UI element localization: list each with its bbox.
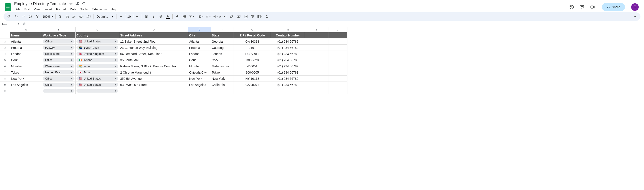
header-cell[interactable]: State xyxy=(211,32,234,38)
header-cell[interactable]: Contact Number xyxy=(271,32,305,38)
increase-decimal-icon[interactable]: .00→ xyxy=(78,13,85,20)
cell-contact[interactable]: (01) 234 56789 xyxy=(271,82,305,88)
cell-street[interactable]: 23 Centurion Way, Building 1 xyxy=(119,45,188,51)
cell-zip[interactable]: EC3V 9LJ xyxy=(234,51,271,57)
cell-state[interactable]: California xyxy=(211,82,234,88)
cell-state[interactable]: New York xyxy=(211,76,234,82)
cell-empty[interactable] xyxy=(328,76,348,82)
row-header[interactable]: 5 xyxy=(0,57,10,63)
cell-empty[interactable] xyxy=(328,51,348,57)
cell-zip[interactable]: CA 90071 xyxy=(234,82,271,88)
cell-zip[interactable]: 100-0005 xyxy=(234,69,271,76)
cell-empty[interactable] xyxy=(305,63,328,69)
cell-country[interactable]: 🇮🇪Ireland▼ xyxy=(76,57,119,63)
header-cell[interactable] xyxy=(305,32,328,38)
cell-city[interactable]: Mumbai xyxy=(188,63,211,69)
cell-name[interactable]: Pretoria xyxy=(10,45,42,51)
cell-street[interactable]: 12 Baker Street, 2nd Floor xyxy=(119,38,188,45)
cell-empty[interactable] xyxy=(234,88,271,94)
column-header[interactable]: J xyxy=(328,27,348,32)
cell-name[interactable]: Atlanta xyxy=(10,38,42,45)
cell-street[interactable]: 35 South Mall xyxy=(119,57,188,63)
dropdown-chip[interactable]: Home office▼ xyxy=(43,70,74,74)
row-header[interactable]: 6 xyxy=(0,63,10,69)
dropdown-chip[interactable]: 🇬🇧United Kingdom▼ xyxy=(76,52,118,56)
cell-city[interactable]: New York xyxy=(188,76,211,82)
column-header[interactable]: D xyxy=(119,27,188,32)
italic-icon[interactable]: I xyxy=(150,13,157,20)
cell-empty[interactable] xyxy=(10,88,42,94)
cell-empty[interactable] xyxy=(328,38,348,45)
filter-icon[interactable] xyxy=(250,13,256,20)
column-header[interactable]: H xyxy=(271,27,305,32)
collapse-toolbar-icon[interactable] xyxy=(632,13,638,20)
spreadsheet-grid[interactable]: 12345678910 ABCDEFGHIJ NameWorkplace Typ… xyxy=(0,27,644,94)
redo-icon[interactable] xyxy=(20,13,26,20)
zoom-select[interactable]: 100%▾ xyxy=(41,15,54,18)
cell-empty[interactable] xyxy=(271,88,305,94)
cell-contact[interactable]: (01) 234 56789 xyxy=(271,76,305,82)
header-cell[interactable]: Name xyxy=(10,32,42,38)
currency-icon[interactable]: $ xyxy=(57,13,64,20)
history-icon[interactable] xyxy=(569,4,575,10)
dropdown-chip[interactable]: Office▼ xyxy=(43,83,74,87)
sheets-logo[interactable] xyxy=(4,3,12,12)
cell-city[interactable]: Cork xyxy=(188,57,211,63)
cell-wtype[interactable]: Warehouse▼ xyxy=(42,63,76,69)
cell-wtype[interactable]: Factory▼ xyxy=(42,45,76,51)
cell-empty[interactable] xyxy=(305,51,328,57)
menu-help[interactable]: Help xyxy=(109,7,119,12)
vertical-align-icon[interactable] xyxy=(205,13,211,20)
cell-zip[interactable]: NY 10118 xyxy=(234,76,271,82)
dropdown-chip[interactable]: 🇮🇪Ireland▼ xyxy=(76,58,118,62)
font-size-input[interactable]: 10 xyxy=(125,14,133,19)
dropdown-chip[interactable]: 🇺🇸United States▼ xyxy=(76,76,118,81)
cell-state[interactable]: Cork xyxy=(211,57,234,63)
insert-comment-icon[interactable] xyxy=(235,13,242,20)
name-box[interactable]: E18▾ xyxy=(0,22,21,26)
cell-wtype[interactable]: Office▼ xyxy=(42,38,76,45)
cell-zip[interactable]: D03 YI20 xyxy=(234,57,271,63)
cell-country[interactable]: ▼ xyxy=(76,88,119,94)
menu-data[interactable]: Data xyxy=(68,7,78,12)
dropdown-chip[interactable]: Retail store▼ xyxy=(43,52,74,56)
comments-icon[interactable] xyxy=(579,4,585,10)
insert-chart-icon[interactable] xyxy=(242,13,249,20)
more-formats-icon[interactable]: 123 xyxy=(85,13,92,20)
document-title[interactable]: Employee Directory Template xyxy=(12,1,68,7)
row-header[interactable]: 9 xyxy=(0,82,10,88)
cell-country[interactable]: 🇺🇸United States▼ xyxy=(76,38,119,45)
cell-country[interactable]: 🇺🇸United States▼ xyxy=(76,76,119,82)
cell-name[interactable]: Mumbai xyxy=(10,63,42,69)
cell-name[interactable]: Cork xyxy=(10,57,42,63)
cell-street[interactable]: 54 Lombard Street, 14th Floor xyxy=(119,51,188,57)
star-icon[interactable]: ☆ xyxy=(69,1,73,6)
cell-country[interactable]: 🇺🇸United States▼ xyxy=(76,82,119,88)
row-header[interactable]: 3 xyxy=(0,45,10,51)
header-cell[interactable]: Country xyxy=(76,32,119,38)
decrease-decimal-icon[interactable]: .0← xyxy=(71,13,78,20)
horizontal-align-icon[interactable] xyxy=(198,13,204,20)
functions-icon[interactable]: Σ xyxy=(264,13,270,20)
dropdown-chip[interactable]: 🇺🇸United States▼ xyxy=(76,83,118,87)
decrease-font-icon[interactable]: − xyxy=(118,13,124,20)
cell-empty[interactable] xyxy=(305,45,328,51)
dropdown-chip[interactable]: Office▼ xyxy=(43,76,74,81)
dropdown-chip[interactable]: Office▼ xyxy=(43,39,74,44)
cell-contact[interactable]: (01) 234 56789 xyxy=(271,51,305,57)
cell-name[interactable]: New York xyxy=(10,76,42,82)
move-icon[interactable] xyxy=(75,1,79,6)
cell-city[interactable]: London xyxy=(188,51,211,57)
cell-empty[interactable] xyxy=(305,38,328,45)
cell-empty[interactable] xyxy=(328,63,348,69)
search-menus-icon[interactable] xyxy=(6,13,12,20)
cell-country[interactable]: 🇬🇧United Kingdom▼ xyxy=(76,51,119,57)
cell-country[interactable]: 🇮🇳India▼ xyxy=(76,63,119,69)
row-header[interactable]: 10 xyxy=(0,88,10,94)
menu-edit[interactable]: Edit xyxy=(23,7,32,12)
column-header[interactable]: G xyxy=(234,27,271,32)
menu-tools[interactable]: Tools xyxy=(79,7,90,12)
dropdown-chip[interactable]: 🇯🇵Japan▼ xyxy=(76,70,118,74)
cell-city[interactable]: Atlanta xyxy=(188,38,211,45)
cell-contact[interactable]: (01) 234 56789 xyxy=(271,57,305,63)
